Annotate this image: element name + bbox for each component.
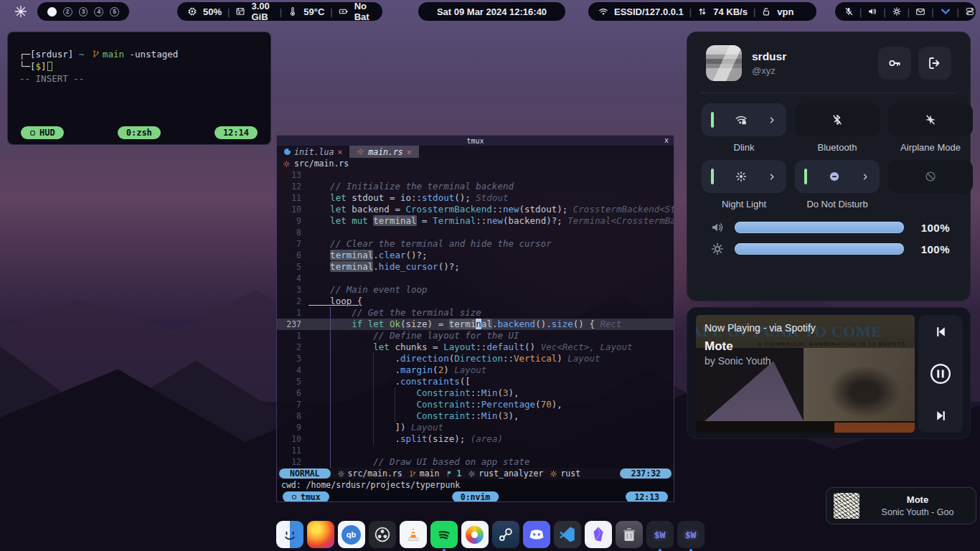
- code-line[interactable]: 5 terminal.hide_cursor()?;: [277, 261, 674, 273]
- chevron-right-icon[interactable]: [768, 172, 777, 182]
- line-number: 2: [277, 342, 308, 353]
- code-line[interactable]: 6 terminal.clear()?;: [277, 250, 674, 261]
- settings-gear-icon[interactable]: [892, 6, 902, 17]
- microphone-muted-icon[interactable]: [844, 6, 854, 17]
- dock-item-vlc[interactable]: [400, 521, 427, 548]
- wifi-icon[interactable]: [598, 6, 608, 17]
- code-line[interactable]: 5 .constraints([: [277, 376, 674, 387]
- code-line[interactable]: 1 // Get the terminal size: [277, 307, 674, 319]
- tmux-window-badge[interactable]: 0:nvim: [452, 491, 499, 502]
- chevron-right-icon[interactable]: [768, 116, 777, 125]
- next-track-button[interactable]: [933, 408, 948, 423]
- code-line[interactable]: 7 // Clear the terminal and hide the cur…: [277, 238, 674, 250]
- code-line[interactable]: 12 // Draw UI based on app state: [277, 456, 674, 468]
- lock-keys-button[interactable]: [878, 47, 911, 80]
- dock-item-spotify[interactable]: [430, 521, 458, 548]
- tmux-session-badge[interactable]: tmux: [283, 491, 329, 502]
- code-line-current[interactable]: 237 if let Ok(size) = terminal.backend()…: [277, 319, 674, 330]
- statusline: NORMAL src/main.rs main 1 rust_analyzer …: [277, 468, 674, 479]
- toggles-panel-icon[interactable]: [965, 6, 975, 17]
- separator: |: [753, 6, 755, 17]
- editor-window[interactable]: tmux x init.lua × main.rs × src/main.rs …: [276, 135, 674, 502]
- chevron-right-icon[interactable]: [861, 172, 870, 182]
- code-text: if let Ok(size) = terminal.backend().siz…: [308, 319, 674, 330]
- code-text: [308, 445, 674, 456]
- code-text: loop {: [308, 296, 674, 307]
- toggle-bluetooth[interactable]: [795, 103, 880, 136]
- code-line[interactable]: 13: [277, 169, 674, 181]
- code-line[interactable]: 10 .split(size); (area): [277, 433, 674, 445]
- dock-item-obsidian[interactable]: [585, 521, 612, 548]
- tab-main-rs[interactable]: main.rs ×: [349, 146, 418, 158]
- code-line[interactable]: 11: [277, 445, 674, 456]
- line-number: 4: [277, 364, 308, 376]
- code-line[interactable]: 11 let stdout = io::stdout(); Stdout: [277, 192, 674, 204]
- rust-icon: [283, 160, 291, 168]
- tmux-window-badge[interactable]: 0:zsh: [118, 126, 161, 139]
- toggle-cell: Dlink: [702, 103, 786, 154]
- workspace-5[interactable]: 5: [110, 7, 119, 17]
- code-line[interactable]: 4 .margin(2) Layout: [277, 364, 674, 376]
- volume-slider[interactable]: [735, 222, 904, 233]
- chevron-down-icon[interactable]: [940, 6, 951, 17]
- code-line[interactable]: 2 let chunks = Layout::default() Vec<Rec…: [277, 342, 674, 353]
- code-line[interactable]: 6 Constraint::Min(3),: [277, 387, 674, 399]
- user-handle: @xyz: [752, 65, 786, 76]
- dock-item-qbittorrent[interactable]: qb: [338, 521, 365, 548]
- dock-item-obs[interactable]: [369, 521, 396, 548]
- dock-item-typerpunk[interactable]: $W: [646, 521, 674, 548]
- workspace-3[interactable]: 3: [79, 7, 88, 17]
- toggle-airplane-mode[interactable]: [888, 103, 973, 136]
- code-text: let stdout = io::stdout(); Stdout: [308, 192, 674, 204]
- pause-button[interactable]: [929, 362, 952, 385]
- code-line[interactable]: 1 // Define layout for the UI: [277, 330, 674, 342]
- code-line[interactable]: 7 Constraint::Percentage(70),: [277, 399, 674, 410]
- code-line[interactable]: 10 let backend = CrosstermBackend::new(s…: [277, 204, 674, 215]
- code-line[interactable]: 3 // Main event loop: [277, 284, 674, 296]
- dock-item-file-manager[interactable]: [276, 521, 303, 548]
- toggle-blocked[interactable]: [888, 160, 973, 193]
- workspace-2[interactable]: 2: [63, 7, 72, 17]
- dock-item-discord[interactable]: [523, 521, 550, 548]
- clock[interactable]: Sat 09 Mar 2024 12:16:40: [418, 2, 565, 21]
- tab-init-lua[interactable]: init.lua ×: [277, 146, 349, 158]
- code-line[interactable]: 12 // Initialize the terminal backend: [277, 181, 674, 192]
- dock-item-typerpunk-2[interactable]: $W: [677, 521, 705, 548]
- code-line[interactable]: 8 Constraint::Min(3),: [277, 410, 674, 422]
- album-art-card[interactable]: SHAPE OF PUNK TO COME A CHIMERICAL BOMBI…: [696, 315, 915, 433]
- dock-item-steam[interactable]: [492, 521, 519, 548]
- toggle-do-not-disturb[interactable]: [795, 160, 880, 193]
- line-number: 3: [277, 353, 308, 364]
- workspace-1[interactable]: [47, 7, 57, 17]
- volume-icon[interactable]: [867, 6, 877, 17]
- dock-item-trash[interactable]: [616, 521, 643, 548]
- memory-usage: 3.00 GiB: [251, 1, 273, 22]
- toggle-night-light[interactable]: [702, 160, 786, 193]
- workspace-4[interactable]: 4: [94, 7, 103, 17]
- code-line[interactable]: 3 .direction(Direction::Vertical) Layout: [277, 353, 674, 364]
- code-line[interactable]: 4: [277, 273, 674, 284]
- notification[interactable]: Mote Sonic Youth - Goo: [826, 487, 976, 524]
- code-line[interactable]: 2 loop {: [277, 296, 674, 307]
- mail-icon[interactable]: [915, 6, 925, 17]
- dock-item-vscode[interactable]: [554, 521, 581, 548]
- window-close-button[interactable]: x: [664, 136, 669, 144]
- dock-item-firefox[interactable]: [307, 521, 334, 548]
- code-line[interactable]: 9 let mut terminal = Terminal::new(backe…: [277, 215, 674, 227]
- toggle-dlink[interactable]: [702, 103, 786, 136]
- code-area[interactable]: 1312 // Initialize the terminal backend1…: [277, 169, 674, 468]
- code-line[interactable]: 8: [277, 227, 674, 238]
- tmux-session-badge[interactable]: HUD: [21, 126, 64, 139]
- cpu-icon: [187, 6, 197, 17]
- hud-terminal-window[interactable]: ┌─[srdusr] ~ main -unstaged └─[$] -- INS…: [7, 32, 271, 145]
- brightness-slider[interactable]: [735, 243, 904, 255]
- launcher-icon[interactable]: [14, 5, 27, 18]
- dock-item-photos[interactable]: [461, 521, 489, 548]
- previous-track-button[interactable]: [933, 324, 948, 339]
- tab-close-icon[interactable]: ×: [337, 147, 342, 157]
- code-line[interactable]: 9 ]) Layout: [277, 422, 674, 433]
- terminal-prompt-line1: ┌─[srdusr] ~ main -unstaged: [8, 48, 270, 60]
- tab-close-icon[interactable]: ×: [407, 147, 412, 157]
- line-number: 1: [277, 307, 308, 319]
- logout-button[interactable]: [918, 47, 951, 80]
